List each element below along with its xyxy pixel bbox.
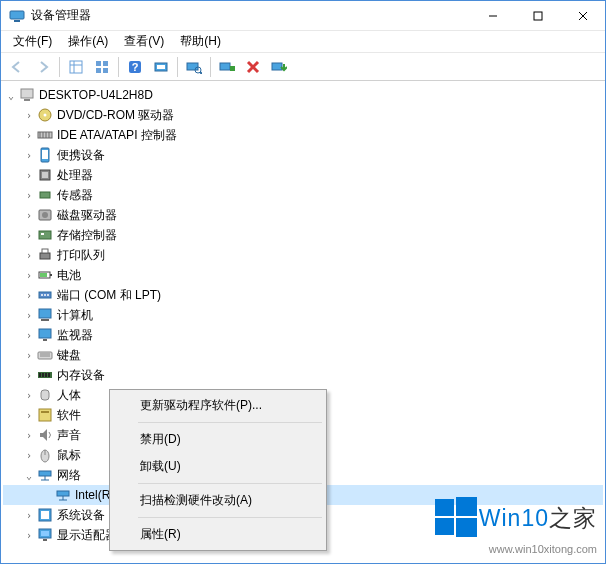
expand-arrow-icon[interactable]: › [21,530,37,541]
tree-category-disc[interactable]: ›DVD/CD-ROM 驱动器 [3,105,603,125]
svg-rect-47 [40,273,47,277]
svg-rect-10 [103,61,108,66]
help-icon[interactable]: ? [123,55,147,79]
expand-arrow-icon[interactable]: › [21,110,37,121]
svg-rect-0 [10,11,24,19]
tree-item-label: 网络 [57,467,81,484]
expand-arrow-icon[interactable]: › [21,190,37,201]
tree-item-label: IDE ATA/ATAPI 控制器 [57,127,177,144]
ctx-separator [138,517,322,518]
tree-item-label: 存储控制器 [57,227,117,244]
svg-rect-66 [41,411,49,413]
expand-arrow-icon[interactable]: › [21,130,37,141]
expand-arrow-icon[interactable]: ⌄ [21,470,37,481]
storage-icon [37,227,53,243]
svg-rect-83 [456,518,477,537]
ctx-disable[interactable]: 禁用(D) [112,426,324,453]
svg-rect-65 [39,409,51,421]
computer-icon [37,307,53,323]
ctx-update-driver[interactable]: 更新驱动程序软件(P)... [112,392,324,419]
svg-rect-6 [70,61,82,73]
svg-rect-79 [43,539,47,541]
svg-rect-12 [103,68,108,73]
scan-hardware-icon[interactable] [182,55,206,79]
tree-category-port[interactable]: ›端口 (COM 和 LPT) [3,285,603,305]
svg-rect-64 [41,390,49,400]
expand-arrow-icon[interactable]: › [21,450,37,461]
back-button[interactable] [5,55,29,79]
menu-help[interactable]: 帮助(H) [172,31,229,52]
update-driver-icon[interactable] [267,55,291,79]
keyboard-icon [37,347,53,363]
tree-category-ide[interactable]: ›IDE ATA/ATAPI 控制器 [3,125,603,145]
view-small-icon[interactable] [90,55,114,79]
app-icon [9,8,25,24]
view-large-icon[interactable] [64,55,88,79]
expand-arrow-icon[interactable]: › [21,290,37,301]
tree-category-computer[interactable]: ›计算机 [3,305,603,325]
expand-arrow-icon[interactable]: › [21,210,37,221]
minimize-button[interactable] [470,1,515,30]
expand-arrow-icon[interactable]: › [21,310,37,321]
ctx-properties[interactable]: 属性(R) [112,521,324,548]
audio-icon [37,427,53,443]
tree-category-memory[interactable]: ›内存设备 [3,365,603,385]
tree-item-label: 声音 [57,427,81,444]
tree-category-portable[interactable]: ›便携设备 [3,145,603,165]
printer-icon [37,247,53,263]
expand-arrow-icon[interactable]: › [21,330,37,341]
tree-category-cpu[interactable]: ›处理器 [3,165,603,185]
expand-arrow-icon[interactable]: › [21,390,37,401]
svg-rect-78 [41,531,49,536]
port-icon [37,287,53,303]
expand-arrow-icon[interactable]: › [21,270,37,281]
tree-root[interactable]: ⌄DESKTOP-U4L2H8D [3,85,603,105]
ctx-uninstall[interactable]: 卸载(U) [112,453,324,480]
expand-arrow-icon[interactable]: › [21,430,37,441]
wm-title-prefix: Win10 [479,505,549,531]
svg-rect-43 [40,253,50,259]
tree-category-printer[interactable]: ›打印队列 [3,245,603,265]
close-button[interactable] [560,1,605,30]
menu-view[interactable]: 查看(V) [116,31,172,52]
svg-rect-46 [50,274,52,276]
ctx-separator [138,483,322,484]
properties-icon[interactable] [149,55,173,79]
expand-arrow-icon[interactable]: › [21,350,37,361]
watermark: Win10之家 www.win10xitong.com [433,495,597,555]
disk-icon [37,207,53,223]
expand-arrow-icon[interactable]: › [21,510,37,521]
tree-category-sensor[interactable]: ›传感器 [3,185,603,205]
svg-rect-55 [43,339,47,341]
maximize-button[interactable] [515,1,560,30]
nic-icon [55,487,71,503]
svg-rect-69 [39,471,51,476]
expand-arrow-icon[interactable]: › [21,150,37,161]
menubar: 文件(F) 操作(A) 查看(V) 帮助(H) [1,31,605,53]
menu-action[interactable]: 操作(A) [60,31,116,52]
tree-item-label: 监视器 [57,327,93,344]
expand-arrow-icon[interactable]: › [21,250,37,261]
tree-category-storage[interactable]: ›存储控制器 [3,225,603,245]
svg-rect-54 [39,329,51,338]
expand-arrow-icon[interactable]: ⌄ [3,90,19,101]
ctx-scan-hardware[interactable]: 扫描检测硬件改动(A) [112,487,324,514]
svg-rect-61 [42,373,44,377]
tree-category-disk[interactable]: ›磁盘驱动器 [3,205,603,225]
disable-device-icon[interactable] [241,55,265,79]
hid-icon [37,387,53,403]
battery-icon [37,267,53,283]
forward-button[interactable] [31,55,55,79]
expand-arrow-icon[interactable]: › [21,170,37,181]
win-logo-icon: Win10之家 [433,495,597,541]
svg-rect-11 [96,68,101,73]
expand-arrow-icon[interactable]: › [21,230,37,241]
tree-category-battery[interactable]: ›电池 [3,265,603,285]
tree-category-keyboard[interactable]: ›键盘 [3,345,603,365]
enable-device-icon[interactable] [215,55,239,79]
expand-arrow-icon[interactable]: › [21,370,37,381]
tree-category-monitor[interactable]: ›监视器 [3,325,603,345]
expand-arrow-icon[interactable]: › [21,410,37,421]
menu-file[interactable]: 文件(F) [5,31,60,52]
toolbar-separator [210,57,211,77]
